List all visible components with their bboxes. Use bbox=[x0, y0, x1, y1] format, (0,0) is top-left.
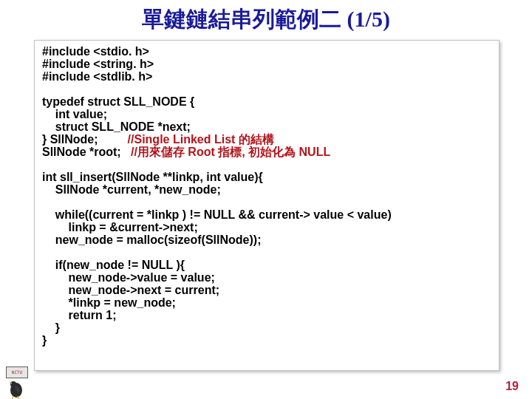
slide-title: 單鍵鏈結串列範例二 (1/5) bbox=[0, 4, 532, 35]
slide: 單鍵鏈結串列範例二 (1/5) #include <stdio. h> #inc… bbox=[0, 4, 532, 399]
code-line: while((current = *linkp ) != NULL && cur… bbox=[42, 208, 392, 221]
code-line: if(new_node != NULL ){ bbox=[42, 259, 185, 271]
code-comment: //用來儲存 Root 指標, 初始化為 NULL bbox=[131, 146, 330, 158]
code-line: new_node = malloc(sizeof(SllNode)); bbox=[42, 233, 261, 246]
code-box: #include <stdio. h> #include <string. h>… bbox=[34, 40, 499, 371]
code-line: return 1; bbox=[42, 309, 116, 321]
svg-point-1 bbox=[10, 381, 16, 387]
code-content: #include <stdio. h> #include <string. h>… bbox=[42, 45, 491, 347]
code-line: typedef struct SLL_NODE { bbox=[42, 95, 194, 108]
code-line: int sll_insert(SllNode **linkp, int valu… bbox=[42, 171, 263, 183]
logo: NCTU bbox=[4, 366, 30, 399]
code-line: SllNode *root; bbox=[42, 146, 131, 158]
code-line: new_node->next = current; bbox=[42, 284, 219, 296]
code-line: } SllNode; bbox=[42, 133, 128, 146]
code-comment: //Single Linked List 的結構 bbox=[128, 133, 274, 146]
code-line: *linkp = new_node; bbox=[42, 296, 176, 309]
code-line: int value; bbox=[42, 108, 107, 120]
code-line: SllNode *current, *new_node; bbox=[42, 183, 221, 196]
code-line: new_node->value = value; bbox=[42, 271, 215, 284]
bird-icon bbox=[4, 375, 30, 399]
code-line: #include <stdlib. h> bbox=[42, 70, 152, 83]
code-line: struct SLL_NODE *next; bbox=[42, 120, 191, 133]
code-line: linkp = &current->next; bbox=[42, 221, 198, 233]
page-number: 19 bbox=[505, 380, 519, 393]
code-line: } bbox=[42, 334, 47, 347]
code-line: } bbox=[42, 321, 60, 334]
code-line: #include <string. h> bbox=[42, 58, 154, 70]
code-line: #include <stdio. h> bbox=[42, 45, 149, 58]
